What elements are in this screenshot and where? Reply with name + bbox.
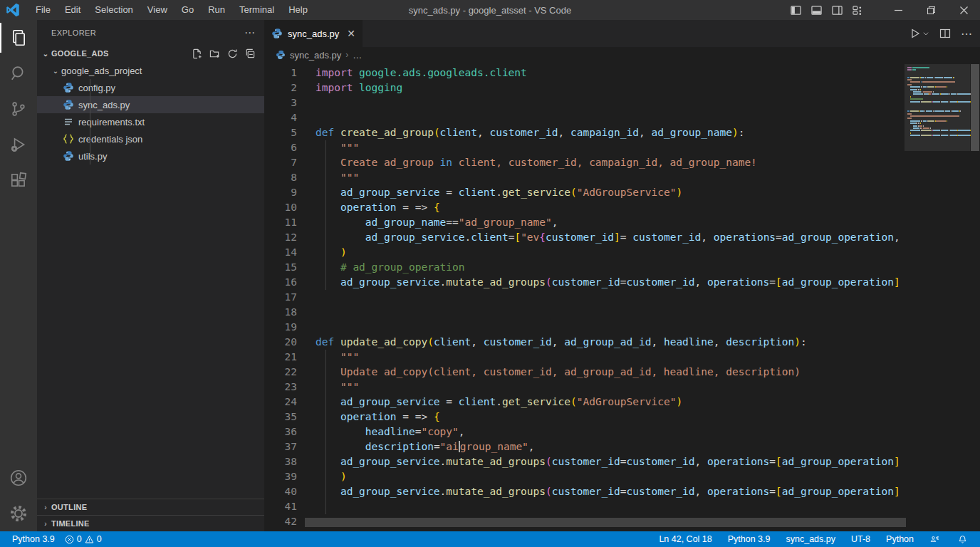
timeline-panel-label: TIMELINE — [51, 519, 90, 528]
minimap[interactable] — [905, 63, 970, 531]
editor-more-actions-icon[interactable]: ⋯ — [961, 27, 973, 41]
menu-bar: FileEditSelectionViewGoRunTerminalHelp — [28, 0, 315, 20]
run-and-debug-icon[interactable] — [0, 127, 37, 162]
code-line-5[interactable]: 5def create_ad_group(client, customer_id… — [264, 125, 980, 140]
menu-go[interactable]: Go — [174, 0, 201, 20]
status-item-interpreter[interactable]: Python 3.9 — [720, 531, 778, 547]
source-control-icon[interactable] — [0, 91, 37, 127]
toggle-sidebar-icon[interactable] — [791, 5, 801, 16]
vertical-scrollbar-thumb[interactable] — [971, 64, 979, 151]
code-line-17[interactable]: 17 — [264, 290, 980, 305]
code-line-21[interactable]: 21 """ — [264, 350, 980, 365]
code-line-39[interactable]: 39 ) — [264, 469, 980, 484]
search-icon[interactable] — [0, 56, 37, 91]
menu-file[interactable]: File — [28, 0, 58, 20]
tree-file-sync-ads-py[interactable]: sync_ads.py — [37, 96, 264, 113]
line-number: 41 — [264, 499, 316, 514]
new-folder-icon[interactable] — [209, 48, 220, 59]
extensions-icon[interactable] — [0, 162, 37, 198]
menu-terminal[interactable]: Terminal — [232, 0, 281, 20]
toggle-secondary-sidebar-icon[interactable] — [832, 5, 843, 16]
feedback-icon[interactable] — [930, 535, 939, 544]
outline-panel-header[interactable]: › OUTLINE — [37, 499, 264, 515]
close-window-button[interactable] — [947, 0, 980, 20]
menu-edit[interactable]: Edit — [58, 0, 88, 20]
tree-file-requirements-txt[interactable]: requirements.txt — [37, 113, 264, 130]
code-line-19[interactable]: 19 — [264, 320, 980, 335]
menu-view[interactable]: View — [140, 0, 174, 20]
code-line-4[interactable]: 4 — [264, 110, 980, 125]
tree-item-label: requirements.txt — [78, 117, 145, 127]
settings-gear-icon[interactable] — [0, 496, 37, 531]
refresh-icon[interactable] — [227, 48, 238, 59]
code-line-37[interactable]: 37 description="aigroup_name", — [264, 439, 980, 454]
menu-run[interactable]: Run — [201, 0, 232, 20]
code-line-36[interactable]: 36 headline="copy", — [264, 424, 980, 439]
code-line-22[interactable]: 22 Update ad_copy(client, customer_id, a… — [264, 365, 980, 380]
status-item-file-name[interactable]: sync_ads.py — [778, 531, 843, 547]
code-line-41[interactable]: 41 — [264, 499, 980, 514]
restore-button[interactable] — [914, 0, 947, 20]
code-line-20[interactable]: 20def update_ad_copy(client, customer_id… — [264, 335, 980, 350]
horizontal-scrollbar-thumb[interactable] — [305, 518, 906, 527]
outline-panel-label: OUTLINE — [51, 503, 87, 511]
code-line-16[interactable]: 16 ad_group_service.mutate_ad_groups(cus… — [264, 275, 980, 290]
code-line-10[interactable]: 10 operation = => { — [264, 200, 980, 215]
tree-file-config-py[interactable]: config.py — [37, 79, 264, 96]
toggle-panel-icon[interactable] — [811, 5, 822, 16]
breadcrumb-more[interactable]: … — [353, 50, 362, 61]
code-line-24[interactable]: 24 ad_group_service = client.get_service… — [264, 395, 980, 410]
customize-layout-icon[interactable] — [853, 5, 863, 16]
new-file-icon[interactable] — [192, 48, 202, 59]
code-line-11[interactable]: 11 ad_group_name=="ad_group_name", — [264, 215, 980, 230]
menu-selection[interactable]: Selection — [88, 0, 140, 20]
vertical-scrollbar[interactable] — [970, 63, 980, 531]
bell-icon[interactable] — [958, 535, 967, 544]
code-line-3[interactable]: 3 — [264, 95, 980, 110]
tree-file-utils-py[interactable]: utils.py — [37, 147, 264, 165]
workspace-section-header[interactable]: ⌄ GOOGLE_ADS — [37, 45, 264, 62]
line-number: 10 — [264, 200, 316, 215]
tree-file-credentials-json[interactable]: credentials json — [37, 130, 264, 147]
code-text: operation = => { — [316, 410, 440, 424]
explorer-more-actions-icon[interactable]: ⋯ — [244, 26, 256, 39]
code-line-1[interactable]: 1import google.ads.googleads.client — [264, 66, 980, 80]
code-line-9[interactable]: 9 ad_group_service = client.get_service(… — [264, 185, 980, 200]
breadcrumb-file[interactable]: sync_ads.py — [290, 50, 341, 61]
line-number: 21 — [264, 350, 316, 365]
line-number: 8 — [264, 170, 316, 185]
code-line-8[interactable]: 8 """ — [264, 170, 980, 185]
code-line-2[interactable]: 2import logging — [264, 80, 980, 95]
code-line-12[interactable]: 12 ad_group_service.client=["ev{customer… — [264, 230, 980, 245]
code-line-40[interactable]: 40 ad_group_service.mutate_ad_groups(cus… — [264, 484, 980, 499]
accounts-icon[interactable] — [0, 460, 37, 496]
code-line-35[interactable]: 35 operation = => { — [264, 410, 980, 424]
tree-folder-google-ads-project[interactable]: ⌄google_ads_project — [37, 62, 264, 79]
explorer-icon[interactable] — [0, 20, 37, 56]
minimize-button[interactable] — [882, 0, 914, 20]
status-item-language[interactable]: Python — [878, 531, 922, 547]
status-problems[interactable]: 0 0 — [60, 531, 107, 547]
timeline-panel-header[interactable]: › TIMELINE — [37, 515, 264, 531]
close-tab-icon[interactable]: ✕ — [347, 28, 355, 39]
code-text: operation = => { — [316, 200, 440, 215]
code-line-18[interactable]: 18 — [264, 305, 980, 320]
code-editor[interactable]: 1import google.ads.googleads.client2impo… — [264, 63, 980, 531]
code-line-38[interactable]: 38 ad_group_service.mutate_ad_groups(cus… — [264, 454, 980, 469]
code-line-6[interactable]: 6 """ — [264, 140, 980, 155]
code-line-23[interactable]: 23 """ — [264, 380, 980, 395]
code-line-15[interactable]: 15 # ad_group_operation — [264, 260, 980, 275]
collapse-all-icon[interactable] — [245, 48, 256, 59]
status-item-encoding[interactable]: UT-8 — [843, 531, 878, 547]
run-python-file-button[interactable] — [909, 28, 929, 39]
code-text: """ — [316, 170, 359, 185]
status-item-cursor-position[interactable]: Ln 42, Col 18 — [651, 531, 719, 547]
code-line-7[interactable]: 7 Create ad_group in client, customer_id… — [264, 155, 980, 170]
line-number: 9 — [264, 185, 316, 200]
line-number: 22 — [264, 365, 316, 380]
status-interpreter-left[interactable]: Python 3.9 — [7, 531, 60, 547]
code-line-14[interactable]: 14 ) — [264, 245, 980, 260]
menu-help[interactable]: Help — [281, 0, 315, 20]
split-editor-icon[interactable] — [939, 28, 951, 39]
tab-sync-ads[interactable]: sync_ads.py ✕ — [264, 20, 363, 47]
